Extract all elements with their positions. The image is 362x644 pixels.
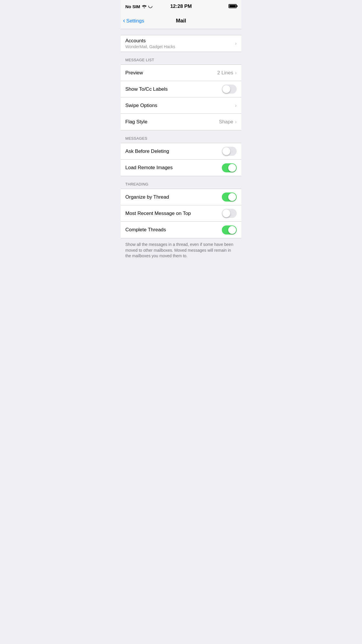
swipe-options-chevron-icon: › xyxy=(235,103,237,108)
wifi-icon xyxy=(142,4,147,9)
flag-style-chevron-icon: › xyxy=(235,119,237,125)
accounts-sublabel: WonderMail, Gadget Hacks xyxy=(125,44,175,49)
most-recent-message-row: Most Recent Message on Top xyxy=(121,205,241,222)
message-list-group: Preview 2 Lines › Show To/Cc Labels Swip… xyxy=(121,64,241,130)
show-tocc-toggle[interactable] xyxy=(222,85,237,94)
organize-by-thread-row: Organize by Thread xyxy=(121,189,241,205)
message-list-header: MESSAGE LIST xyxy=(121,52,241,64)
preview-chevron-icon: › xyxy=(235,70,237,76)
accounts-chevron-icon: › xyxy=(235,41,237,46)
ask-before-deleting-label: Ask Before Deleting xyxy=(125,148,169,154)
nav-bar: ‹ Settings Mail xyxy=(121,13,241,29)
status-right xyxy=(229,4,237,9)
back-chevron-icon: ‹ xyxy=(123,18,125,24)
load-remote-images-toggle[interactable] xyxy=(222,163,237,172)
preview-value: 2 Lines xyxy=(217,70,233,76)
swipe-options-label: Swipe Options xyxy=(125,103,157,108)
preview-label: Preview xyxy=(125,70,143,76)
toggle-thumb xyxy=(222,85,230,93)
status-time: 12:28 PM xyxy=(170,4,192,9)
flag-style-value: Shape xyxy=(219,119,233,125)
most-recent-message-toggle[interactable] xyxy=(222,209,237,218)
toggle-thumb xyxy=(222,209,230,217)
complete-threads-label: Complete Threads xyxy=(125,227,166,233)
show-tocc-label: Show To/Cc Labels xyxy=(125,86,168,92)
show-tocc-row: Show To/Cc Labels xyxy=(121,81,241,97)
status-bar: No SIM 12:28 PM xyxy=(121,0,241,13)
top-spacer xyxy=(121,29,241,35)
battery-icon xyxy=(229,4,237,9)
preview-row[interactable]: Preview 2 Lines › xyxy=(121,65,241,81)
organize-by-thread-toggle[interactable] xyxy=(222,192,237,202)
load-remote-images-row: Load Remote Images xyxy=(121,160,241,176)
messages-group: Ask Before Deleting Load Remote Images xyxy=(121,143,241,176)
svg-point-0 xyxy=(149,4,152,8)
back-label: Settings xyxy=(126,18,144,24)
threading-footer: Show all the messages in a thread, even … xyxy=(121,238,241,265)
toggle-thumb xyxy=(228,164,236,172)
messages-header: MESSAGES xyxy=(121,130,241,143)
status-left: No SIM xyxy=(125,4,152,9)
activity-icon xyxy=(148,4,152,9)
most-recent-message-label: Most Recent Message on Top xyxy=(125,211,191,216)
carrier-label: No SIM xyxy=(125,4,140,9)
swipe-options-row[interactable]: Swipe Options › xyxy=(121,97,241,114)
toggle-thumb xyxy=(228,226,236,234)
organize-by-thread-label: Organize by Thread xyxy=(125,194,169,200)
back-button[interactable]: ‹ Settings xyxy=(123,18,144,24)
page-title: Mail xyxy=(176,18,186,24)
flag-style-label: Flag Style xyxy=(125,119,147,125)
accounts-row[interactable]: Accounts WonderMail, Gadget Hacks › xyxy=(121,35,241,52)
threading-header: THREADING xyxy=(121,176,241,189)
toggle-thumb xyxy=(228,193,236,201)
accounts-label: Accounts xyxy=(125,38,175,44)
ask-before-deleting-toggle[interactable] xyxy=(222,147,237,156)
flag-style-row[interactable]: Flag Style Shape › xyxy=(121,114,241,130)
complete-threads-row: Complete Threads xyxy=(121,222,241,238)
threading-group: Organize by Thread Most Recent Message o… xyxy=(121,189,241,238)
accounts-group: Accounts WonderMail, Gadget Hacks › xyxy=(121,35,241,52)
ask-before-deleting-row: Ask Before Deleting xyxy=(121,143,241,160)
complete-threads-toggle[interactable] xyxy=(222,225,237,235)
toggle-thumb xyxy=(222,147,230,155)
load-remote-images-label: Load Remote Images xyxy=(125,165,173,171)
